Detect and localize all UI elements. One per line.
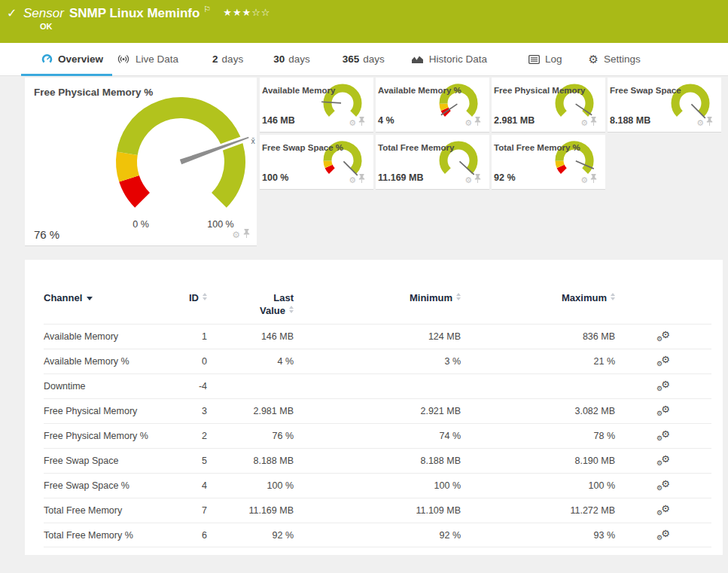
sensor-header: ✓ SensorSNMP Linux Meminfo⚐★★★☆☆ OK: [0, 0, 728, 43]
cell-last: 4 %: [207, 356, 294, 367]
channel-settings-icon[interactable]: ⚙⚙: [656, 380, 671, 392]
gear-icon[interactable]: ⚙: [465, 119, 472, 127]
priority-flag-icon[interactable]: ⚐: [203, 5, 211, 14]
channel-settings-icon[interactable]: ⚙⚙: [656, 455, 671, 467]
cell-last: 11.169 MB: [207, 505, 294, 516]
object-kind-label: Sensor: [23, 6, 64, 20]
gear-icon[interactable]: ⚙: [580, 119, 588, 127]
channel-settings-icon[interactable]: ⚙⚙: [656, 430, 671, 442]
primary-gauge-title: Free Physical Memory %: [34, 87, 153, 98]
overview-gauges-section: Free Physical Memory % x̄ 0 % 100 % 76 %…: [25, 78, 723, 260]
tab-2-days[interactable]: 2days: [212, 43, 243, 75]
stars-empty[interactable]: ☆☆: [251, 7, 270, 18]
area-chart-icon: [411, 54, 424, 64]
cell-channel[interactable]: Free Swap Space %: [44, 480, 158, 491]
cell-min: 124 MB: [294, 331, 461, 342]
cell-max: 8.190 MB: [461, 456, 615, 466]
cell-channel[interactable]: Available Memory %: [44, 356, 158, 367]
column-header-last[interactable]: Last Value: [207, 291, 294, 317]
pin-icon[interactable]: [590, 173, 597, 187]
tab-30-days[interactable]: 30days: [273, 43, 310, 75]
channel-row: Available Memory1146 MB124 MB836 MB⚙⚙: [44, 324, 711, 349]
gear-icon[interactable]: ⚙: [696, 119, 704, 127]
column-header-min[interactable]: Minimum: [294, 291, 461, 304]
channel-settings-icon[interactable]: ⚙⚙: [656, 504, 671, 517]
pin-icon[interactable]: [243, 228, 250, 242]
gauge-title: Total Free Memory %: [494, 143, 580, 152]
tab-label: days: [288, 53, 310, 65]
cell-channel[interactable]: Downtime: [44, 381, 158, 392]
channel-row: Downtime-4⚙⚙: [44, 373, 711, 398]
cell-channel[interactable]: Free Swap Space: [44, 456, 158, 466]
gear-icon[interactable]: ⚙: [232, 230, 240, 239]
cell-channel[interactable]: Available Memory: [44, 331, 158, 342]
pin-icon[interactable]: [706, 116, 713, 130]
tab-settings[interactable]: ⚙Settings: [589, 43, 641, 75]
column-label: Minimum: [410, 292, 452, 303]
cell-channel[interactable]: Total Free Memory %: [44, 530, 158, 541]
column-header-max[interactable]: Maximum: [461, 291, 615, 304]
pin-icon[interactable]: [358, 116, 365, 130]
gauge-title: Available Memory %: [378, 86, 461, 95]
cell-id: 7: [158, 505, 207, 516]
tab-label: Historic Data: [429, 53, 487, 65]
primary-gauge-value: 76 %: [34, 228, 59, 241]
channel-settings-icon[interactable]: ⚙⚙: [656, 355, 671, 367]
cell-min: 2.921 MB: [294, 406, 461, 416]
stars-filled[interactable]: ★★★: [223, 7, 251, 18]
channel-settings-icon[interactable]: ⚙⚙: [656, 480, 671, 492]
tab-historic-data[interactable]: Historic Data: [411, 43, 487, 75]
channel-settings-icon[interactable]: ⚙⚙: [656, 405, 671, 417]
gear-icon: ⚙: [589, 53, 599, 65]
cell-channel[interactable]: Total Free Memory: [44, 505, 158, 516]
cell-min: 8.188 MB: [294, 456, 461, 466]
cell-max: 11.272 MB: [461, 505, 615, 516]
cell-channel[interactable]: Free Physical Memory %: [44, 431, 158, 441]
gauge-value: 2.981 MB: [494, 115, 535, 126]
sort-icon: [289, 306, 294, 313]
tab-log[interactable]: Log: [528, 43, 562, 75]
cell-min: 11.109 MB: [294, 505, 461, 516]
channel-settings-icon[interactable]: ⚙⚙: [656, 529, 671, 541]
cell-channel[interactable]: Free Physical Memory: [44, 406, 158, 416]
tab-bar: OverviewLive Data2days30days365daysHisto…: [0, 43, 728, 76]
cell-max: 93 %: [461, 530, 615, 541]
tab-overview[interactable]: Overview: [41, 43, 103, 75]
gauge-value: 92 %: [494, 172, 516, 183]
channel-table-panel: ChannelIDLast ValueMinimumMaximum Availa…: [25, 260, 723, 555]
gauge-title: Available Memory: [262, 86, 335, 95]
gauge-value: 8.188 MB: [610, 115, 650, 126]
column-header-id[interactable]: ID: [158, 291, 207, 304]
cell-id: 5: [158, 456, 207, 466]
mini-gauges-grid: Available Memory146 MB⚙Available Memory …: [260, 78, 726, 192]
channel-table-header: ChannelIDLast ValueMinimumMaximum: [44, 291, 711, 324]
mean-marker: x̄: [251, 136, 256, 145]
cell-last: 8.188 MB: [207, 456, 294, 466]
gauge-icon: [41, 53, 53, 65]
gear-icon[interactable]: ⚙: [580, 176, 588, 184]
column-header-channel[interactable]: Channel: [44, 291, 158, 304]
pin-icon[interactable]: [590, 116, 597, 130]
gauge-scale-min: 0 %: [122, 219, 160, 230]
cell-max: 78 %: [461, 431, 615, 441]
cell-last: 146 MB: [207, 331, 294, 342]
pin-icon[interactable]: [474, 173, 481, 187]
gear-icon[interactable]: ⚙: [465, 176, 472, 184]
tab-label: Log: [545, 53, 562, 65]
gear-icon[interactable]: ⚙: [349, 119, 356, 127]
tab-label: Settings: [604, 53, 641, 65]
channel-settings-icon[interactable]: ⚙⚙: [656, 331, 671, 343]
priority-stars[interactable]: ★★★☆☆: [223, 7, 270, 18]
tab-number: 2: [212, 53, 218, 65]
gear-icon[interactable]: ⚙: [349, 176, 356, 184]
cell-max: 3.082 MB: [461, 406, 615, 416]
pin-icon[interactable]: [474, 116, 481, 130]
gauge-panel-free-swap-space: Free Swap Space8.188 MB⚙: [608, 78, 721, 133]
gauge-value: 4 %: [378, 115, 394, 126]
cell-id: 2: [158, 431, 207, 441]
cell-min: 74 %: [294, 431, 461, 441]
sort-desc-icon: [87, 297, 93, 300]
pin-icon[interactable]: [358, 173, 365, 187]
tab-365-days[interactable]: 365days: [343, 43, 385, 75]
tab-live-data[interactable]: Live Data: [117, 43, 178, 75]
